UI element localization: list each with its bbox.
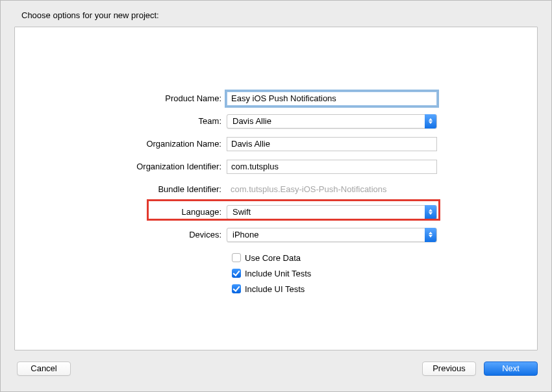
label-language: Language:	[15, 207, 227, 217]
row-team: Team: Davis Allie	[15, 110, 537, 132]
devices-select-value: iPhone	[232, 230, 258, 239]
language-select-value: Swift	[232, 207, 251, 217]
devices-select[interactable]: iPhone	[227, 228, 437, 242]
button-bar: Cancel Previous Next	[1, 350, 551, 391]
product-name-input[interactable]	[227, 92, 437, 106]
team-select-value: Davis Allie	[232, 116, 271, 126]
updown-arrows-icon	[425, 114, 436, 129]
bundle-id-value: com.tutsplus.Easy-iOS-Push-Notifications	[227, 184, 387, 194]
row-org-name: Organization Name:	[15, 132, 537, 155]
label-devices: Devices:	[15, 230, 227, 239]
row-language: Language: Swift	[15, 201, 537, 223]
row-product-name: Product Name:	[15, 87, 537, 110]
ui-tests-label: Include UI Tests	[245, 284, 305, 294]
row-ui-tests: Include UI Tests	[15, 281, 537, 297]
unit-tests-label: Include Unit Tests	[245, 269, 311, 278]
row-unit-tests: Include Unit Tests	[15, 265, 537, 281]
row-devices: Devices: iPhone	[15, 223, 537, 246]
label-org-id: Organization Identifier:	[15, 162, 227, 171]
unit-tests-checkbox[interactable]	[232, 269, 241, 278]
team-select[interactable]: Davis Allie	[227, 114, 437, 129]
next-button[interactable]: Next	[484, 361, 538, 376]
dialog-header: Choose options for your new project:	[1, 1, 551, 20]
updown-arrows-icon	[425, 205, 436, 219]
form-panel: Product Name: Team: Davis Allie Organiza…	[14, 27, 538, 350]
row-bundle-id: Bundle Identifier: com.tutsplus.Easy-iOS…	[15, 178, 537, 201]
label-bundle-id: Bundle Identifier:	[15, 184, 227, 194]
core-data-label: Use Core Data	[245, 253, 301, 263]
ui-tests-checkbox[interactable]	[232, 284, 241, 293]
org-name-input[interactable]	[227, 137, 437, 151]
label-product-name: Product Name:	[15, 93, 227, 103]
org-id-input[interactable]	[227, 160, 437, 174]
previous-button[interactable]: Previous	[422, 361, 476, 376]
label-org-name: Organization Name:	[15, 139, 227, 149]
core-data-checkbox[interactable]	[232, 253, 241, 262]
row-core-data: Use Core Data	[15, 250, 537, 265]
language-select[interactable]: Swift	[227, 205, 437, 219]
label-team: Team:	[15, 116, 227, 126]
dialog-title: Choose options for your new project:	[21, 10, 159, 20]
row-org-id: Organization Identifier:	[15, 155, 537, 178]
updown-arrows-icon	[425, 228, 436, 242]
project-options-form: Product Name: Team: Davis Allie Organiza…	[15, 87, 537, 297]
cancel-button[interactable]: Cancel	[17, 361, 71, 376]
